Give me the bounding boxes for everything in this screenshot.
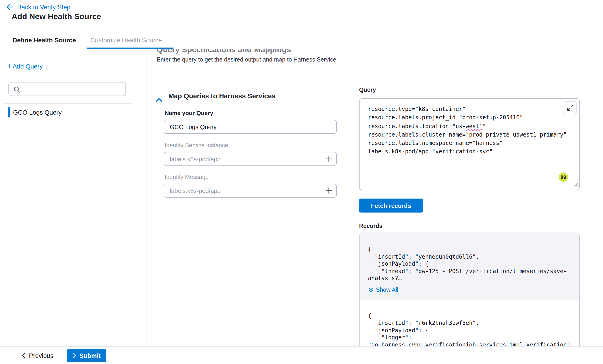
query-label: Query: [359, 87, 376, 93]
header: Back to Verify Step Add New Health Sourc…: [0, 0, 603, 49]
submit-label: Submit: [79, 352, 101, 359]
query-search: [8, 82, 126, 96]
service-instance-label: Identify Service Instance: [165, 142, 228, 149]
back-arrow-icon: [6, 4, 13, 10]
plus-icon: +: [7, 62, 12, 70]
previous-button[interactable]: Previous: [22, 349, 53, 362]
section-subtitle: Enter the query to get the desired outpu…: [157, 57, 338, 63]
records-panel: { "insertId": "yennepun0qtd6ll6", "jsonP…: [359, 233, 580, 364]
tab-bar: Define Health Source Customize Health So…: [0, 32, 603, 49]
record-item[interactable]: { "insertId": "yennepun0qtd6ll6", "jsonP…: [359, 233, 579, 299]
query-sidebar: + Add Query GCO Logs Query: [0, 49, 146, 364]
tab-customize-health-source[interactable]: Customize Health Source: [91, 32, 162, 49]
query-item-label: GCO Logs Query: [13, 109, 62, 116]
search-input[interactable]: [23, 83, 123, 95]
back-link[interactable]: Back to Verify Step: [6, 3, 70, 11]
footer: Previous Submit: [0, 346, 603, 364]
search-icon: [13, 86, 20, 95]
show-all-button[interactable]: Show All: [368, 286, 571, 293]
add-query-label: Add Query: [12, 63, 43, 70]
identify-message-label: Identify Message: [165, 174, 209, 180]
char-count-badge: 89: [559, 172, 568, 182]
selected-indicator: [8, 107, 10, 117]
identify-message-input[interactable]: [164, 184, 337, 198]
show-all-label: Show All: [376, 286, 398, 293]
section-title: Query Specifications and Mappings: [157, 49, 291, 55]
map-queries-heading: Map Queries to Harness Services: [168, 92, 275, 100]
service-instance-field: [164, 152, 337, 166]
query-editor[interactable]: resource.type="k8s_container" resource.l…: [359, 98, 580, 190]
name-your-query-label: Name your Query: [165, 110, 213, 116]
service-instance-input[interactable]: [164, 152, 337, 166]
sidebar-divider: [3, 103, 131, 104]
add-health-source-page: Back to Verify Step Add New Health Sourc…: [0, 0, 603, 364]
sidebar-item-gco-logs-query[interactable]: GCO Logs Query: [8, 107, 62, 118]
add-message-plus-icon[interactable]: [325, 187, 332, 196]
active-tab-underline: [87, 47, 174, 49]
add-query-button[interactable]: + Add Query: [7, 62, 43, 70]
page-title: Add New Health Source: [12, 12, 101, 22]
collapse-chevron-icon[interactable]: [156, 96, 162, 104]
previous-label: Previous: [29, 352, 53, 359]
record-json: { "insertId": "yennepun0qtd6ll6", "jsonP…: [368, 246, 571, 282]
add-service-instance-plus-icon[interactable]: [325, 156, 332, 164]
expand-query-button[interactable]: [564, 101, 577, 114]
chevron-left-icon: [22, 353, 26, 358]
expand-icon: [567, 104, 574, 111]
records-label: Records: [359, 223, 383, 229]
section-divider: [146, 72, 594, 72]
query-editor-text[interactable]: resource.type="k8s_container" resource.l…: [359, 99, 579, 162]
query-mappings-section: Query Specifications and Mappings Enter …: [146, 49, 603, 364]
submit-button[interactable]: Submit: [67, 349, 106, 362]
chevron-right-icon: [72, 353, 77, 358]
identify-message-field: [164, 184, 337, 198]
content-region: + Add Query GCO Logs Query Query Specifi…: [0, 49, 603, 364]
query-name-input[interactable]: [164, 120, 337, 134]
back-link-label: Back to Verify Step: [17, 3, 70, 11]
double-chevron-down-icon: [368, 287, 373, 293]
tab-define-health-source[interactable]: Define Health Source: [12, 32, 76, 49]
resize-handle[interactable]: [573, 180, 578, 189]
fetch-records-button[interactable]: Fetch records: [359, 199, 423, 213]
